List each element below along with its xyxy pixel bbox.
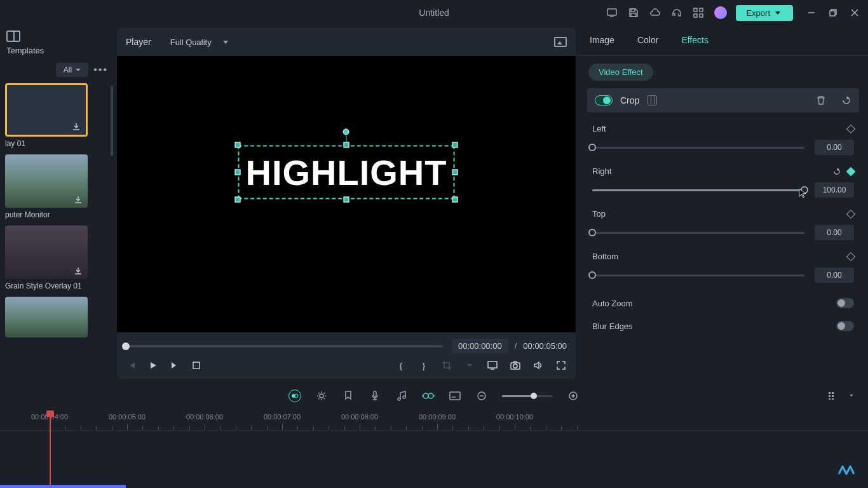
progress-thumb[interactable] xyxy=(122,342,130,350)
screen-icon[interactable] xyxy=(606,7,618,18)
download-icon[interactable] xyxy=(74,266,84,276)
left-value[interactable]: 0.00 xyxy=(815,140,854,155)
template-item[interactable]: lay 01 xyxy=(5,83,109,148)
zoom-slider-thumb[interactable] xyxy=(531,393,537,399)
template-item[interactable] xyxy=(5,297,109,337)
trash-icon[interactable] xyxy=(816,95,826,105)
snapshot-icon[interactable] xyxy=(554,37,567,47)
template-item[interactable]: puter Monitor xyxy=(5,154,109,219)
download-icon[interactable] xyxy=(72,122,82,132)
display-icon[interactable] xyxy=(487,360,498,371)
cloud-icon[interactable] xyxy=(649,7,661,18)
auto-zoom-toggle[interactable] xyxy=(836,298,854,308)
svg-rect-20 xyxy=(374,391,376,396)
bottom-slider[interactable] xyxy=(592,274,804,276)
close-button[interactable] xyxy=(850,8,859,17)
crop-tool-icon[interactable] xyxy=(441,360,452,371)
zoom-out-button[interactable] xyxy=(475,390,488,402)
avatar[interactable] xyxy=(714,6,727,19)
resize-handle[interactable] xyxy=(235,142,241,147)
mic-icon[interactable] xyxy=(369,390,381,402)
caption-icon[interactable] xyxy=(449,390,461,402)
resize-handle[interactable] xyxy=(344,196,349,202)
filter-more-button[interactable]: ••• xyxy=(93,64,108,76)
resize-handle[interactable] xyxy=(235,170,241,175)
prev-frame-button[interactable] xyxy=(126,360,137,371)
top-value[interactable]: 0.00 xyxy=(815,225,854,240)
keyframe-button[interactable] xyxy=(846,166,855,175)
svg-rect-0 xyxy=(607,9,616,15)
right-slider[interactable] xyxy=(592,189,804,191)
rotate-handle[interactable] xyxy=(343,128,349,135)
save-icon[interactable] xyxy=(628,7,639,18)
bottom-value[interactable]: 0.00 xyxy=(815,268,854,283)
crop-toggle[interactable] xyxy=(595,95,613,105)
left-slider[interactable] xyxy=(592,147,804,149)
template-item[interactable]: Grain Style Overlay 01 xyxy=(5,226,109,290)
headphones-icon[interactable] xyxy=(671,7,682,18)
marker-icon[interactable] xyxy=(342,390,355,402)
fullscreen-icon[interactable] xyxy=(555,360,567,371)
keyframe-button[interactable] xyxy=(846,124,855,133)
prop-label: Right xyxy=(592,166,611,176)
stop-button[interactable] xyxy=(191,360,202,371)
slider-thumb[interactable] xyxy=(588,229,596,236)
volume-icon[interactable] xyxy=(532,360,544,371)
apps-icon[interactable] xyxy=(693,7,704,18)
quality-dropdown[interactable]: Full Quality xyxy=(170,37,228,47)
resize-handle[interactable] xyxy=(235,196,241,202)
top-slider[interactable] xyxy=(592,232,804,234)
timeline-clip[interactable] xyxy=(0,485,126,488)
minimize-button[interactable] xyxy=(807,8,816,17)
playhead[interactable] xyxy=(50,410,51,488)
mark-out-button[interactable]: } xyxy=(418,360,430,371)
canvas[interactable]: HIGHLIGHT xyxy=(117,56,576,332)
keyframe-button[interactable] xyxy=(846,252,855,261)
chevron-down-icon[interactable] xyxy=(464,360,475,371)
tab-effects[interactable]: Effects xyxy=(681,35,709,46)
resize-handle[interactable] xyxy=(452,142,458,147)
template-thumbnail[interactable] xyxy=(5,83,88,137)
maximize-button[interactable] xyxy=(829,8,837,17)
mark-in-button[interactable]: { xyxy=(395,360,407,371)
slider-thumb[interactable] xyxy=(588,271,596,279)
right-value[interactable]: 100.00 xyxy=(815,182,854,198)
svg-rect-12 xyxy=(193,362,200,369)
reset-icon[interactable] xyxy=(841,95,851,105)
keyframe-button[interactable] xyxy=(846,209,855,218)
playback-progress[interactable] xyxy=(126,345,443,348)
chevron-down-icon[interactable] xyxy=(845,390,858,402)
track-view-icon[interactable] xyxy=(826,390,839,402)
zoom-slider[interactable] xyxy=(502,395,553,397)
slider-thumb[interactable] xyxy=(588,144,596,151)
selected-text-element[interactable]: HIGHLIGHT xyxy=(238,145,455,199)
timeline[interactable]: 00:00:04:0000:00:05:0000:00:06:0000:00:0… xyxy=(0,410,868,488)
template-thumbnail[interactable] xyxy=(5,297,88,337)
sun-icon[interactable] xyxy=(315,390,328,402)
filter-dropdown[interactable]: All xyxy=(56,63,88,77)
music-icon[interactable] xyxy=(395,390,408,402)
camera-icon[interactable] xyxy=(510,360,521,371)
play-button[interactable] xyxy=(147,360,159,371)
template-thumbnail[interactable] xyxy=(5,226,88,279)
effects-icon[interactable] xyxy=(422,390,435,402)
time-current[interactable]: 00:00:00:00 xyxy=(452,339,508,353)
blur-edges-toggle[interactable] xyxy=(836,321,854,331)
template-thumbnail[interactable] xyxy=(5,154,88,208)
record-icon[interactable] xyxy=(288,390,301,402)
reset-icon[interactable] xyxy=(832,167,841,176)
tab-color[interactable]: Color xyxy=(637,35,658,46)
download-icon[interactable] xyxy=(74,195,84,205)
blur-edges-label: Blur Edges xyxy=(592,322,633,331)
next-frame-button[interactable] xyxy=(169,360,180,371)
resize-handle[interactable] xyxy=(452,170,458,175)
timeline-ruler[interactable]: 00:00:04:0000:00:05:0000:00:06:0000:00:0… xyxy=(0,410,868,431)
crop-grid-icon[interactable] xyxy=(647,95,657,105)
export-button[interactable]: Export xyxy=(736,5,793,21)
scrollbar[interactable] xyxy=(111,86,113,156)
video-effect-chip[interactable]: Video Effect xyxy=(588,64,653,81)
resize-handle[interactable] xyxy=(344,142,349,147)
tab-image[interactable]: Image xyxy=(590,35,614,46)
resize-handle[interactable] xyxy=(452,196,458,202)
zoom-in-button[interactable] xyxy=(567,390,580,402)
